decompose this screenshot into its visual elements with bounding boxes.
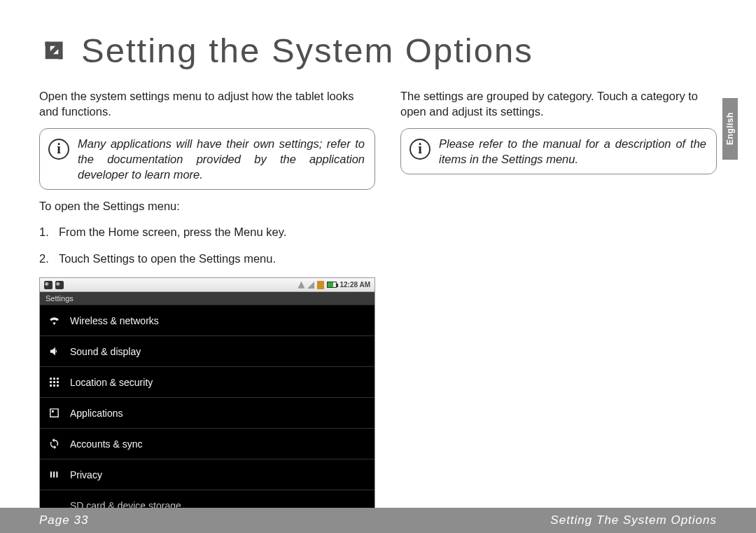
status-time: 12:28 AM <box>340 281 370 289</box>
menu-item-label: Accounts & sync <box>70 438 143 450</box>
info-icon: i <box>48 139 69 160</box>
manual-page: Setting the System Options Open the syst… <box>0 0 756 533</box>
left-intro-text: Open the system settings menu to adjust … <box>39 88 375 120</box>
info-icon: i <box>410 139 430 160</box>
menu-item-label: Wireless & networks <box>70 315 159 326</box>
steps-list: From the Home screen, press the Menu key… <box>39 224 375 268</box>
usb-icon <box>55 281 64 289</box>
sd-card-icon <box>317 281 324 289</box>
status-left-icons <box>44 281 64 289</box>
menu-item-label: Privacy <box>70 469 102 480</box>
right-column: The settings are grouped by category. To… <box>400 88 717 515</box>
usb-icon <box>44 281 52 289</box>
page-title: Setting the System Options <box>81 31 533 70</box>
info-box-left: i Many applications will have their own … <box>39 128 375 191</box>
menu-item-location[interactable]: Location & security <box>40 367 374 398</box>
settings-menu-list: Wireless & networks Sound & display Loca… <box>40 305 374 514</box>
menu-item-sound[interactable]: Sound & display <box>40 336 374 367</box>
apps-icon <box>48 407 60 419</box>
sync-icon <box>48 438 60 450</box>
status-right-icons: 12:28 AM <box>298 281 370 289</box>
menu-item-label: Sound & display <box>70 346 141 357</box>
page-footer: Page 33 Setting The System Options <box>0 508 756 533</box>
speaker-icon <box>48 345 60 357</box>
menu-item-accounts[interactable]: Accounts & sync <box>40 429 374 459</box>
footer-section-title: Setting The System Options <box>550 513 717 527</box>
info-box-right: i Please refer to the manual for a descr… <box>400 128 717 175</box>
svg-rect-1 <box>53 471 55 478</box>
menu-item-privacy[interactable]: Privacy <box>40 459 374 490</box>
privacy-icon <box>48 469 60 480</box>
menu-item-applications[interactable]: Applications <box>40 398 374 429</box>
settings-screenshot: 12:28 AM Settings Wireless & networks So… <box>39 277 375 515</box>
wifi-icon <box>298 282 304 289</box>
signal-icon <box>307 282 314 289</box>
menu-item-label: Location & security <box>70 377 153 388</box>
info-text-right: Please refer to the manual for a descrip… <box>439 136 706 167</box>
grid-icon <box>48 376 60 388</box>
step-item: From the Home screen, press the Menu key… <box>39 224 375 241</box>
status-bar: 12:28 AM <box>40 278 374 292</box>
svg-rect-0 <box>50 471 52 478</box>
page-title-row: Setting the System Options <box>39 31 717 70</box>
step-item: Touch Settings to open the Settings menu… <box>39 251 375 268</box>
menu-item-label: Applications <box>70 408 123 419</box>
info-text-left: Many applications will have their own se… <box>78 136 365 183</box>
arrow-down-right-icon <box>39 36 69 65</box>
footer-page-number: Page 33 <box>39 513 88 527</box>
right-intro-text: The settings are grouped by category. To… <box>400 88 717 120</box>
wifi-icon <box>48 314 60 326</box>
language-tab[interactable]: English <box>722 98 738 160</box>
screenshot-titlebar: Settings <box>40 292 374 305</box>
battery-icon <box>327 282 337 288</box>
steps-intro: To open the Settings menu: <box>39 200 375 213</box>
menu-item-wireless[interactable]: Wireless & networks <box>40 305 374 336</box>
content-columns: Open the system settings menu to adjust … <box>39 88 717 515</box>
left-column: Open the system settings menu to adjust … <box>39 88 375 515</box>
svg-rect-2 <box>56 471 57 478</box>
